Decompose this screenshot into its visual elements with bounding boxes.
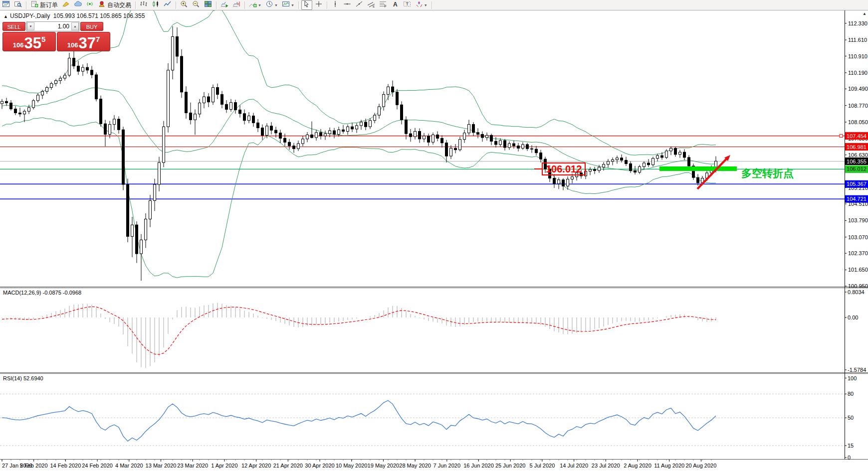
profiles-button[interactable]: [12, 0, 23, 10]
svg-text:106.630: 106.630: [848, 152, 868, 158]
auto-scroll-button[interactable]: [219, 0, 230, 10]
svg-text:111.610: 111.610: [848, 37, 867, 43]
svg-text:19 May 2020: 19 May 2020: [368, 463, 400, 469]
crosshair-button[interactable]: [313, 0, 324, 10]
toolbar-separator: [216, 1, 217, 9]
periods-button[interactable]: ▼: [264, 0, 279, 10]
sell-price-pip: 5: [41, 35, 45, 43]
svg-text:15: 15: [848, 443, 854, 449]
templates-icon: [282, 0, 290, 9]
sell-button[interactable]: SELL: [2, 22, 25, 31]
line-chart-type-button[interactable]: [162, 0, 173, 10]
chevron-down-icon[interactable]: ▼: [291, 3, 294, 7]
pivot-point-label[interactable]: 多空转折点: [741, 166, 794, 180]
fibonacci-button[interactable]: F: [378, 0, 389, 10]
templates-button[interactable]: ▼: [280, 0, 296, 10]
textlabel-icon: T: [403, 0, 411, 9]
svg-text:110.190: 110.190: [848, 70, 868, 76]
zoom-out-button[interactable]: [191, 0, 202, 10]
sell-price-main: 35: [24, 36, 41, 50]
svg-text:107.454: 107.454: [847, 133, 867, 139]
symbol-name: USDJPY-,Daily: [10, 12, 50, 19]
toolbar-separator: [432, 1, 432, 9]
new-order-button[interactable]: 新订单: [29, 0, 59, 10]
autotrading-button-label: 自动交易: [107, 1, 131, 9]
indicators-button[interactable]: ▼: [247, 0, 263, 10]
svg-text:106.355: 106.355: [847, 158, 867, 164]
vertical-line-button[interactable]: [330, 0, 341, 10]
candle-chart-type-button[interactable]: [150, 0, 161, 10]
periods-icon: [265, 0, 273, 9]
svg-text:5 Feb 2020: 5 Feb 2020: [20, 463, 48, 469]
mt4-terminal-window: { "toolbar": { "buttons": [ {"name":"new…: [0, 0, 868, 473]
svg-text:0.00: 0.00: [848, 315, 858, 320]
svg-text:106.981: 106.981: [847, 144, 867, 150]
signals-button[interactable]: [84, 0, 95, 10]
shapes-icon: [415, 0, 423, 9]
svg-text:50: 50: [848, 415, 854, 421]
svg-text:F: F: [384, 4, 386, 8]
svg-text:14 Jul 2020: 14 Jul 2020: [560, 463, 588, 469]
buy-button[interactable]: BUY: [80, 22, 103, 31]
cursor-button[interactable]: [301, 0, 312, 10]
tile-windows-button[interactable]: [203, 0, 214, 10]
svg-text:23 Jul 2020: 23 Jul 2020: [592, 463, 620, 469]
svg-text:112.330: 112.330: [848, 20, 868, 26]
volume-down-button[interactable]: ▼: [27, 22, 34, 30]
market-button[interactable]: [72, 0, 83, 10]
rsi-indicator-label: RSI(14) 52.6940: [3, 375, 43, 381]
arrows-button[interactable]: ▼: [414, 0, 429, 10]
svg-text:11 Aug 2020: 11 Aug 2020: [654, 463, 684, 469]
svg-text:21 Apr 2020: 21 Apr 2020: [273, 463, 303, 469]
scroll-up-icon[interactable]: ▲: [863, 11, 867, 16]
trendline-button[interactable]: [354, 0, 365, 10]
svg-text:T: T: [406, 1, 409, 6]
autotrading-button[interactable]: 自动交易: [96, 0, 133, 10]
svg-text:A: A: [393, 1, 398, 8]
text-button[interactable]: A: [390, 0, 401, 10]
svg-text:23 Mar 2020: 23 Mar 2020: [177, 463, 208, 469]
svg-text:103.070: 103.070: [848, 234, 868, 240]
svg-text:20 Aug 2020: 20 Aug 2020: [686, 463, 717, 469]
autotrade-icon: [98, 0, 106, 9]
signal-icon: [86, 0, 94, 9]
pivot-highlight-bar[interactable]: [659, 166, 737, 171]
symbol-marker-icon: ▲: [3, 14, 8, 19]
sell-price-button[interactable]: 106355: [2, 32, 56, 51]
toolbar-separator: [135, 1, 136, 9]
chevron-down-icon[interactable]: ▼: [274, 3, 278, 7]
volume-input[interactable]: [34, 23, 71, 30]
macd-indicator-label: MACD(12,26,9) -0.0875 -0.0968: [3, 290, 81, 296]
one-click-trading-panel: SELL ▼ ▲ BUY 106355 106377: [2, 22, 110, 51]
buy-price-button[interactable]: 106377: [57, 32, 110, 51]
svg-text:E: E: [373, 5, 375, 8]
svg-text:-1.5784: -1.5784: [848, 367, 866, 373]
zoomin-icon: [180, 0, 188, 9]
svg-text:0.8034: 0.8034: [848, 289, 865, 295]
equidistant-channel-button[interactable]: E: [366, 0, 377, 10]
cloud-icon: [74, 0, 82, 9]
svg-text:102.370: 102.370: [848, 250, 868, 256]
objects-button[interactable]: [60, 0, 71, 10]
svg-text:108.050: 108.050: [848, 119, 868, 125]
channel-icon: E: [367, 0, 375, 9]
main-toolbar: 新订单自动交易▼▼▼EFAT▼: [0, 0, 868, 10]
zoom-in-button[interactable]: [179, 0, 190, 10]
price-level-callout[interactable]: 106.012: [542, 162, 586, 175]
horizontal-line-button[interactable]: [342, 0, 353, 10]
chart-canvas[interactable]: 112.330111.610110.910110.190109.490108.7…: [0, 0, 868, 473]
chevron-down-icon[interactable]: ▼: [258, 3, 261, 7]
svg-text:28 May 2020: 28 May 2020: [399, 463, 431, 469]
bar-chart-type-button[interactable]: [138, 0, 149, 10]
toolbar-separator: [298, 1, 299, 9]
svg-text:100: 100: [848, 375, 857, 381]
svg-text:24 Feb 2020: 24 Feb 2020: [82, 463, 113, 469]
text-label-button[interactable]: T: [402, 0, 413, 10]
chart-shift-button[interactable]: [231, 0, 242, 10]
volume-up-button[interactable]: ▲: [71, 22, 79, 30]
new-chart-button[interactable]: [0, 0, 11, 10]
chevron-down-icon[interactable]: ▼: [424, 3, 428, 7]
toolbar-separator: [327, 1, 327, 9]
linechart-icon: [164, 0, 172, 9]
object-icon: [62, 0, 70, 9]
